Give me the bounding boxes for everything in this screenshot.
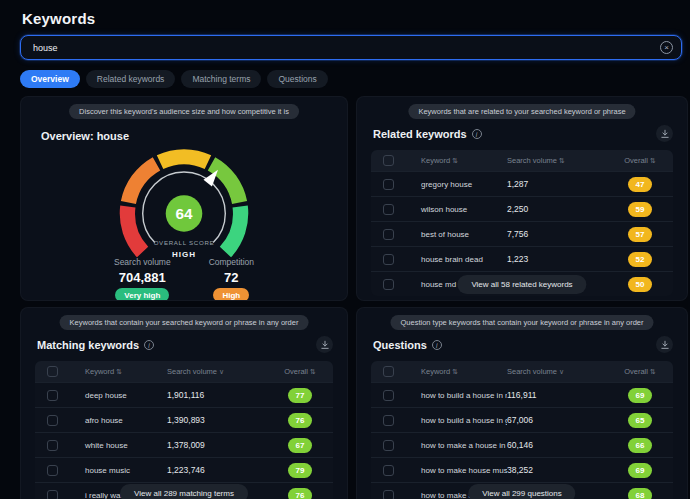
info-icon[interactable]: i: [472, 129, 482, 139]
keyword-cell[interactable]: how to make house music: [409, 466, 507, 475]
table-row: house brain dead 1,223 52: [371, 246, 673, 271]
column-header-search-volume[interactable]: Search volume⇅: [507, 156, 611, 165]
matching-keywords-table: Keyword⇅ Search volume∨ Overall⇅ deep ho…: [35, 361, 333, 499]
row-checkbox[interactable]: [383, 390, 394, 401]
overview-stats: Search volume 704,881 Very high Competit…: [114, 257, 254, 301]
row-checkbox[interactable]: [47, 415, 58, 426]
column-header-search-volume[interactable]: Search volume∨: [507, 367, 611, 376]
keyword-cell[interactable]: gregory house: [409, 180, 507, 189]
gauge-block: 64 OVERALL SCORE HIGH Search volume 704,…: [21, 145, 347, 301]
questions-panel: Question type keywords that contain your…: [356, 307, 688, 499]
overview-title: Overview: house: [41, 130, 129, 142]
row-checkbox[interactable]: [383, 465, 394, 476]
questions-tooltip: Question type keywords that contain your…: [390, 315, 653, 330]
row-checkbox[interactable]: [383, 229, 394, 240]
search-volume-cell: 1,223,746: [167, 465, 271, 475]
stat-value: 72: [224, 270, 238, 285]
select-all-checkbox[interactable]: [383, 155, 394, 166]
keyword-cell[interactable]: house music: [73, 466, 167, 475]
view-all-related-button[interactable]: View all 58 related keywords: [457, 275, 586, 294]
table-row: gregory house 1,287 47: [371, 171, 673, 196]
overall-score-badge: 65: [628, 413, 652, 428]
row-checkbox[interactable]: [47, 490, 58, 499]
row-checkbox[interactable]: [383, 179, 394, 190]
gauge-segment-yellow: [160, 157, 208, 162]
search-volume-cell: 1,287: [507, 179, 611, 189]
column-header-overall[interactable]: Overall⇅: [624, 367, 656, 376]
matching-panel-title: Matching keywords: [37, 339, 139, 351]
tab-overview[interactable]: Overview: [20, 70, 80, 88]
overall-score-badge: 59: [628, 202, 652, 217]
status-badge: High: [213, 288, 249, 301]
search-volume-cell: 116,911: [507, 390, 611, 400]
keyword-cell[interactable]: how to build a house in grow a garden: [409, 416, 507, 425]
search-volume-cell: 7,756: [507, 229, 611, 239]
related-panel-title: Related keywords: [373, 128, 467, 140]
related-keywords-panel: Keywords that are related to your search…: [356, 96, 688, 301]
info-icon[interactable]: i: [432, 340, 442, 350]
search-volume-cell: 1,901,116: [167, 390, 271, 400]
clear-search-icon[interactable]: ×: [660, 41, 673, 54]
row-checkbox[interactable]: [383, 204, 394, 215]
table-row: how to make a house in grow a garden 60,…: [371, 432, 673, 457]
keyword-cell[interactable]: house brain dead: [409, 255, 507, 264]
search-input[interactable]: [20, 35, 682, 60]
select-all-checkbox[interactable]: [47, 366, 58, 377]
sort-icon: ⇅: [650, 368, 656, 375]
keyword-cell[interactable]: how to build a house in minecraft: [409, 391, 507, 400]
column-header-keyword[interactable]: Keyword⇅: [73, 367, 167, 376]
related-tooltip: Keywords that are related to your search…: [408, 104, 635, 119]
overall-score-badge: 69: [628, 463, 652, 478]
keyword-cell[interactable]: how to make a house in grow a garden: [409, 441, 507, 450]
row-checkbox[interactable]: [383, 254, 394, 265]
table-row: how to make house music 38,252 69: [371, 457, 673, 482]
panels-grid: Discover this keyword's audience size an…: [20, 96, 688, 499]
overall-score-gauge: 64 OVERALL SCORE HIGH: [113, 145, 255, 263]
tab-matching-terms[interactable]: Matching terms: [181, 70, 261, 88]
view-all-matching-button[interactable]: View all 289 matching terms: [120, 484, 248, 499]
row-checkbox[interactable]: [47, 440, 58, 451]
column-header-search-volume[interactable]: Search volume∨: [167, 367, 271, 376]
overall-score-badge: 57: [628, 227, 652, 242]
table-header: Keyword⇅ Search volume∨ Overall⇅: [371, 361, 673, 382]
overall-score-badge: 76: [288, 413, 312, 428]
column-header-keyword[interactable]: Keyword⇅: [409, 367, 507, 376]
info-icon[interactable]: i: [144, 340, 154, 350]
column-header-overall[interactable]: Overall⇅: [624, 156, 656, 165]
table-header: Keyword⇅ Search volume∨ Overall⇅: [35, 361, 333, 382]
download-icon[interactable]: [656, 125, 673, 142]
keyword-cell[interactable]: best of house: [409, 230, 507, 239]
column-header-overall[interactable]: Overall⇅: [284, 367, 316, 376]
row-checkbox[interactable]: [383, 440, 394, 451]
table-row: how to build a house in minecraft 116,91…: [371, 382, 673, 407]
download-icon[interactable]: [656, 336, 673, 353]
search-volume-cell: 60,146: [507, 440, 611, 450]
sort-icon: ⇅: [116, 368, 122, 375]
gauge-segment-mint: [225, 206, 240, 252]
overall-score-badge: 69: [628, 388, 652, 403]
row-checkbox[interactable]: [47, 390, 58, 401]
search-volume-cell: 67,006: [507, 415, 611, 425]
sort-icon: ⇅: [559, 157, 565, 164]
download-icon[interactable]: [316, 336, 333, 353]
gauge-segment-green: [211, 164, 239, 203]
row-checkbox[interactable]: [383, 279, 394, 290]
gauge-segment-red: [127, 206, 142, 252]
page-title: Keywords: [22, 10, 690, 27]
tab-questions[interactable]: Questions: [267, 70, 327, 88]
row-checkbox[interactable]: [47, 465, 58, 476]
view-all-questions-button[interactable]: View all 299 questions: [468, 484, 575, 499]
tab-related-keywords[interactable]: Related keywords: [86, 70, 176, 88]
stat-value: 704,881: [119, 270, 166, 285]
select-all-checkbox[interactable]: [383, 366, 394, 377]
keyword-cell[interactable]: white house: [73, 441, 167, 450]
overview-tooltip: Discover this keyword's audience size an…: [69, 104, 299, 119]
keyword-cell[interactable]: afro house: [73, 416, 167, 425]
row-checkbox[interactable]: [383, 415, 394, 426]
overall-score-badge: 68: [628, 488, 652, 499]
column-header-keyword[interactable]: Keyword⇅: [409, 156, 507, 165]
keyword-cell[interactable]: wilson house: [409, 205, 507, 214]
overall-score-badge: 77: [288, 388, 312, 403]
row-checkbox[interactable]: [383, 490, 394, 499]
keyword-cell[interactable]: deep house: [73, 391, 167, 400]
